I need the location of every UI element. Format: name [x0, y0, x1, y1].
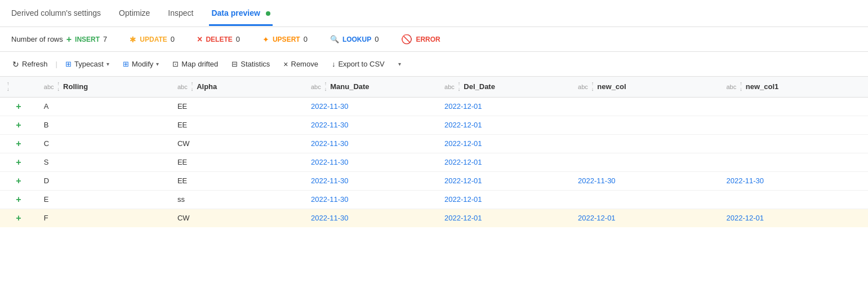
cell-new_col	[571, 134, 719, 153]
add-row-btn[interactable]: +	[0, 116, 37, 134]
delete-icon: ×	[197, 34, 202, 45]
table-row: +FCW2022-11-302022-12-012022-12-012022-1…	[0, 209, 868, 227]
col-header-new-col1: abc ↑↓ new_col1	[720, 77, 869, 97]
rolling-sort-icons[interactable]: ↑↓	[57, 81, 60, 92]
cell-new_col1	[720, 153, 869, 171]
remove-button[interactable]: × Remove	[278, 57, 324, 72]
cell-alpha: EE	[171, 171, 304, 190]
cell-new_col1	[720, 134, 869, 153]
cell-manu_date: 2022-11-30	[304, 171, 438, 190]
cell-rolling: D	[37, 171, 171, 190]
cell-alpha: EE	[171, 153, 304, 171]
delete-item: × DELETE 0	[197, 34, 240, 45]
new-col-sort-icons[interactable]: ↑↓	[591, 81, 594, 92]
manu-sort-icons[interactable]: ↑↓	[324, 81, 327, 92]
cell-del_date: 2022-12-01	[438, 171, 571, 190]
add-row-btn[interactable]: +	[0, 171, 37, 190]
cell-alpha: CW	[171, 209, 304, 227]
tab-derived[interactable]: Derived column's settings	[9, 2, 103, 26]
statistics-button[interactable]: ⊟ Statistics	[226, 57, 275, 71]
cell-rolling: E	[37, 190, 171, 209]
alpha-sort-icons[interactable]: ↑↓	[191, 81, 194, 92]
refresh-icon: ↻	[12, 60, 19, 69]
add-row-btn[interactable]: +	[0, 134, 37, 153]
tab-datapreview[interactable]: Data preview	[209, 2, 272, 26]
cell-del_date: 2022-12-01	[438, 190, 571, 209]
table-row: +Ess2022-11-302022-12-01	[0, 190, 868, 209]
toolbar: ↻ Refresh | ⊞ Typecast ▾ ⊞ Modify ▾ ⊡ Ma…	[0, 52, 868, 77]
col-header-rolling: abc ↑↓ Rolling	[37, 77, 171, 97]
cell-new_col: 2022-11-30	[571, 171, 719, 190]
refresh-button[interactable]: ↻ Refresh	[7, 57, 54, 72]
del-sort-icons[interactable]: ↑↓	[458, 81, 461, 92]
modify-icon: ⊞	[123, 60, 129, 68]
table-header-row: ↑↓ abc ↑↓ Rolling abc ↑↓ Alpha	[0, 77, 868, 97]
update-icon: ✱	[130, 35, 136, 44]
active-dot	[266, 11, 270, 16]
cell-new_col	[571, 97, 719, 116]
cell-alpha: CW	[171, 134, 304, 153]
table-row: +CCW2022-11-302022-12-01	[0, 134, 868, 153]
tabs-bar: Derived column's settings Optimize Inspe…	[0, 0, 868, 27]
num-rows-item: Number of rows + INSERT 7	[11, 34, 107, 45]
cell-manu_date: 2022-11-30	[304, 153, 438, 171]
cell-new_col	[571, 153, 719, 171]
typecast-icon: ⊞	[65, 60, 72, 68]
cell-new_col1	[720, 97, 869, 116]
col-header-alpha: abc ↑↓ Alpha	[171, 77, 304, 97]
add-row-btn[interactable]: +	[0, 190, 37, 209]
cell-rolling: A	[37, 97, 171, 116]
upsert-icon: ✦	[262, 35, 269, 44]
export-icon: ↓	[332, 60, 336, 68]
modify-button[interactable]: ⊞ Modify ▾	[117, 57, 164, 71]
cell-manu_date: 2022-11-30	[304, 116, 438, 134]
col-header-new-col: abc ↑↓ new_col	[571, 77, 719, 97]
cell-rolling: S	[37, 153, 171, 171]
new-col1-sort-icons[interactable]: ↑↓	[740, 81, 742, 92]
cell-new_col: 2022-12-01	[571, 209, 719, 227]
cell-new_col1	[720, 190, 869, 209]
cell-new_col	[571, 190, 719, 209]
typecast-button[interactable]: ⊞ Typecast ▾	[60, 57, 115, 71]
insert-icon: +	[66, 34, 72, 45]
cell-manu_date: 2022-11-30	[304, 134, 438, 153]
export-csv-button[interactable]: ↓ Export to CSV	[326, 57, 390, 71]
col-header-manu-date: abc ↑↓ Manu_Date	[304, 77, 438, 97]
add-row-btn[interactable]: +	[0, 153, 37, 171]
error-icon: 🚫	[401, 34, 412, 45]
add-row-btn[interactable]: +	[0, 209, 37, 227]
modify-chevron-icon: ▾	[156, 61, 159, 67]
data-table: ↑↓ abc ↑↓ Rolling abc ↑↓ Alpha	[0, 77, 868, 227]
cell-rolling: B	[37, 116, 171, 134]
cell-del_date: 2022-12-01	[438, 134, 571, 153]
export-chevron-button[interactable]: ▾	[393, 58, 407, 70]
remove-icon: ×	[283, 60, 288, 69]
table-row: +AEE2022-11-302022-12-01	[0, 97, 868, 116]
cell-new_col1: 2022-11-30	[720, 171, 869, 190]
col-header-sort: ↑↓	[0, 77, 37, 97]
cell-del_date: 2022-12-01	[438, 97, 571, 116]
error-item: 🚫 ERROR	[401, 34, 443, 45]
toolbar-separator-1: |	[56, 60, 57, 68]
add-row-btn[interactable]: +	[0, 97, 37, 116]
update-item: ✱ UPDATE 0	[130, 35, 175, 44]
table-row: +BEE2022-11-302022-12-01	[0, 116, 868, 134]
col-header-del-date: abc ↑↓ Del_Date	[438, 77, 571, 97]
cell-del_date: 2022-12-01	[438, 116, 571, 134]
cell-rolling: C	[37, 134, 171, 153]
cell-alpha: EE	[171, 116, 304, 134]
map-drifted-button[interactable]: ⊡ Map drifted	[167, 57, 224, 71]
tab-inspect[interactable]: Inspect	[166, 2, 195, 26]
tab-optimize[interactable]: Optimize	[117, 2, 152, 26]
cell-rolling: F	[37, 209, 171, 227]
cell-alpha: EE	[171, 97, 304, 116]
statistics-icon: ⊟	[232, 60, 238, 68]
cell-manu_date: 2022-11-30	[304, 190, 438, 209]
table-body: +AEE2022-11-302022-12-01+BEE2022-11-3020…	[0, 97, 868, 227]
table-row: +SEE2022-11-302022-12-01	[0, 153, 868, 171]
cell-del_date: 2022-12-01	[438, 209, 571, 227]
cell-manu_date: 2022-11-30	[304, 97, 438, 116]
upsert-item: ✦ UPSERT 0	[262, 35, 308, 44]
lookup-item: 🔍 LOOKUP 0	[330, 35, 379, 43]
sort-sort-icons[interactable]: ↑↓	[7, 81, 10, 92]
